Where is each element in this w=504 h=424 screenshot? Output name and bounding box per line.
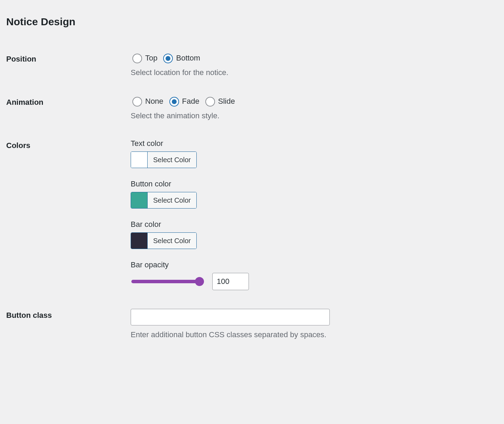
swatch-text-color xyxy=(131,152,148,168)
label-animation: Animation xyxy=(6,87,131,131)
radio-position-bottom[interactable] xyxy=(163,54,173,63)
row-colors: Colors Text color Select Color Button co… xyxy=(6,131,498,301)
select-color-button[interactable]: Select Color xyxy=(148,192,196,208)
color-picker-text[interactable]: Select Color xyxy=(131,151,197,168)
swatch-button-color xyxy=(131,192,148,208)
bar-opacity-input[interactable] xyxy=(212,273,249,290)
animation-option-fade[interactable]: Fade xyxy=(168,96,199,107)
group-button-color: Button color Select Color xyxy=(131,179,494,210)
row-position: Position Top Bottom Select location for … xyxy=(6,44,498,87)
help-animation: Select the animation style. xyxy=(131,111,494,120)
radio-label: Slide xyxy=(218,97,235,106)
group-bar-color: Bar color Select Color xyxy=(131,220,494,251)
radio-animation-none[interactable] xyxy=(132,97,142,107)
radio-animation-slide[interactable] xyxy=(205,97,215,107)
label-text-color: Text color xyxy=(131,139,494,148)
bar-opacity-slider[interactable] xyxy=(131,280,204,283)
animation-option-slide[interactable]: Slide xyxy=(204,96,235,107)
section-title: Notice Design xyxy=(6,16,498,28)
animation-option-none[interactable]: None xyxy=(131,96,164,107)
color-picker-bar[interactable]: Select Color xyxy=(131,232,197,249)
color-picker-button[interactable]: Select Color xyxy=(131,192,197,209)
radio-position-top[interactable] xyxy=(132,54,142,63)
group-text-color: Text color Select Color xyxy=(131,139,494,170)
label-button-color: Button color xyxy=(131,179,494,188)
label-colors: Colors xyxy=(6,131,131,301)
swatch-bar-color xyxy=(131,233,148,249)
button-class-input[interactable] xyxy=(131,309,330,325)
animation-radio-group: None Fade Slide xyxy=(131,96,494,107)
radio-label: Fade xyxy=(182,97,199,106)
row-button-class: Button class Enter additional button CSS… xyxy=(6,301,498,350)
settings-table: Position Top Bottom Select location for … xyxy=(6,44,498,350)
select-color-button[interactable]: Select Color xyxy=(148,152,196,168)
label-position: Position xyxy=(6,44,131,87)
label-bar-color: Bar color xyxy=(131,220,494,229)
help-button-class: Enter additional button CSS classes sepa… xyxy=(131,330,494,339)
label-button-class: Button class xyxy=(6,301,131,350)
radio-label: None xyxy=(145,97,164,106)
position-option-bottom[interactable]: Bottom xyxy=(161,53,200,63)
radio-label: Bottom xyxy=(176,54,200,63)
label-bar-opacity: Bar opacity xyxy=(131,260,494,269)
row-animation: Animation None Fade Slide Select the ani… xyxy=(6,87,498,131)
radio-label: Top xyxy=(145,54,157,63)
position-option-top[interactable]: Top xyxy=(131,53,157,63)
select-color-button[interactable]: Select Color xyxy=(148,233,196,249)
position-radio-group: Top Bottom xyxy=(131,53,494,63)
help-position: Select location for the notice. xyxy=(131,68,494,77)
radio-animation-fade[interactable] xyxy=(169,97,179,107)
group-bar-opacity: Bar opacity xyxy=(131,260,494,290)
